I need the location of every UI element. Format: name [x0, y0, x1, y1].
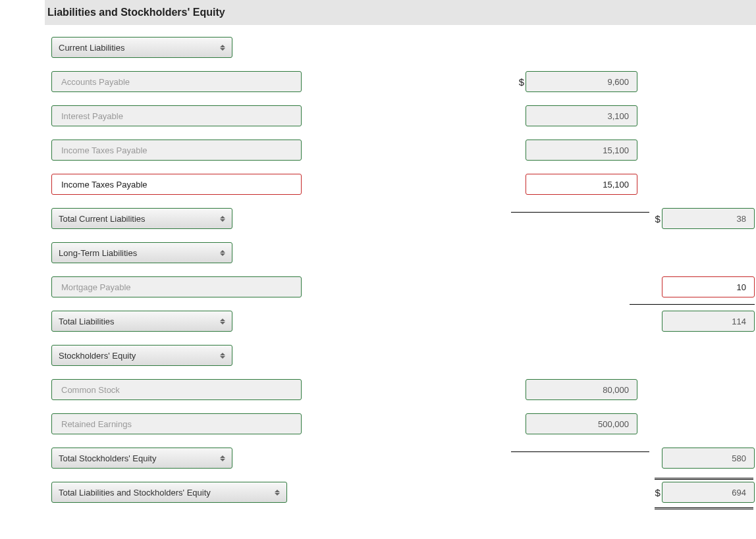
interest-payable-value[interactable]: 3,100	[526, 105, 637, 126]
double-rule-top	[655, 478, 753, 480]
stockholders-equity-select[interactable]: Stockholders' Equity	[51, 345, 232, 366]
interest-payable-field[interactable]: Interest Payable	[51, 105, 302, 126]
income-taxes-payable-field[interactable]: Income Taxes Payable	[51, 140, 302, 161]
total-stockholders-equity-value[interactable]: 580	[662, 448, 755, 469]
accounts-payable-field[interactable]: Accounts Payable	[51, 71, 302, 92]
chevron-updown-icon	[220, 248, 227, 257]
dropdown-label: Total Stockholders' Equity	[59, 453, 156, 463]
current-liabilities-select[interactable]: Current Liabilities	[51, 37, 232, 58]
dropdown-label: Total Current Liabilities	[59, 214, 146, 224]
chevron-updown-icon	[220, 317, 227, 326]
currency-symbol: $	[649, 213, 661, 224]
total-liab-and-equity-select[interactable]: Total Liabilities and Stockholders' Equi…	[51, 482, 287, 503]
dropdown-label: Total Liabilities	[59, 317, 115, 326]
income-taxes-payable-field-active[interactable]: Income Taxes Payable	[51, 174, 302, 195]
dropdown-label: Stockholders' Equity	[59, 351, 136, 361]
section-title: Liabilities and Stockholders' Equity	[45, 0, 756, 25]
retained-earnings-field[interactable]: Retained Earnings	[51, 413, 302, 434]
total-liab-and-equity-value[interactable]: 694	[662, 482, 755, 503]
balance-sheet-section: Liabilities and Stockholders' Equity Cur…	[0, 0, 756, 539]
retained-earnings-value[interactable]: 500,000	[526, 413, 637, 434]
total-stockholders-equity-select[interactable]: Total Stockholders' Equity	[51, 448, 232, 469]
total-liabilities-value[interactable]: 114	[662, 311, 755, 332]
total-current-liabilities-value[interactable]: 38	[662, 208, 755, 229]
income-taxes-payable-value-active[interactable]: 15,100	[526, 174, 637, 195]
long-term-liabilities-select[interactable]: Long-Term Liabilities	[51, 242, 232, 263]
mortgage-payable-value[interactable]: 10	[662, 276, 755, 297]
total-current-liabilities-select[interactable]: Total Current Liabilities	[51, 208, 232, 229]
mortgage-payable-field[interactable]: Mortgage Payable	[51, 276, 302, 297]
currency-symbol: $	[512, 76, 524, 88]
chevron-updown-icon	[220, 214, 227, 223]
income-taxes-payable-value[interactable]: 15,100	[526, 140, 637, 161]
dropdown-label: Long-Term Liabilities	[59, 248, 137, 258]
total-liabilities-select[interactable]: Total Liabilities	[51, 311, 232, 332]
common-stock-value[interactable]: 80,000	[526, 379, 637, 400]
dropdown-label: Current Liabilities	[59, 43, 124, 53]
chevron-updown-icon	[275, 488, 281, 497]
chevron-updown-icon	[220, 351, 227, 360]
double-rule-bottom	[655, 507, 753, 509]
dropdown-label: Total Liabilities and Stockholders' Equi…	[59, 488, 211, 498]
accounts-payable-value[interactable]: 9,600	[526, 71, 637, 92]
currency-symbol: $	[649, 487, 661, 498]
chevron-updown-icon	[220, 43, 227, 52]
common-stock-field[interactable]: Common Stock	[51, 379, 302, 400]
chevron-updown-icon	[220, 453, 227, 463]
